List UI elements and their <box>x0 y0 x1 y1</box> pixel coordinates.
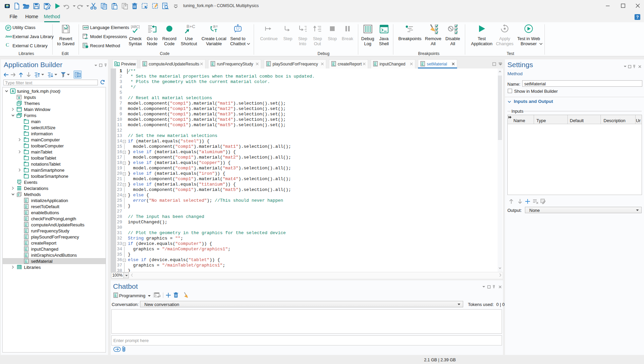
svg-text:A: A <box>12 89 14 93</box>
svg-text:T: T <box>215 28 217 33</box>
svg-text:[ABC]: [ABC] <box>131 25 140 29</box>
svg-text:B+C: B+C <box>187 24 195 29</box>
svg-text:a=: a= <box>85 37 88 40</box>
svg-text:ABC: ABC <box>83 26 89 29</box>
